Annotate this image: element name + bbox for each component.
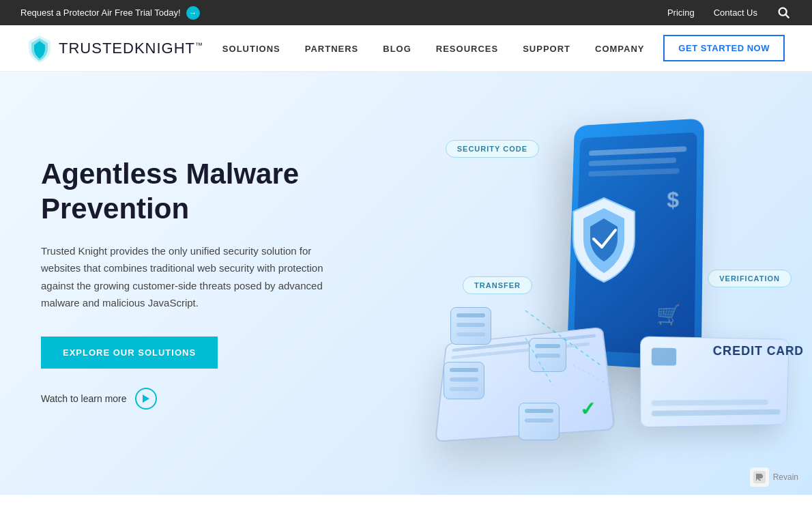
explore-solutions-button[interactable]: EXPLORE OUR SOLUTIONS [41,337,218,369]
float-box-2 [450,307,491,345]
nav-links: SOLUTIONS PARTNERS BLOG RESOURCES SUPPOR… [222,42,645,55]
play-button[interactable] [135,388,157,410]
nav-item-support[interactable]: SUPPORT [523,42,570,55]
resources-link[interactable]: RESOURCES [436,44,498,54]
top-nav-right: Pricing Contact Us [667,5,792,20]
get-started-button[interactable]: GET STARTED NOW [663,35,785,61]
watch-more-text: Watch to learn more [41,393,127,404]
search-icon[interactable] [777,5,792,20]
solutions-link[interactable]: SOLUTIONS [222,44,280,54]
nav-item-company[interactable]: COMPANY [595,42,644,55]
shield-icon [566,195,641,283]
hero-illustration: SECURITY CODE TRANSFER VERIFICATION 🛒 $ [362,99,812,481]
main-navigation: TRUSTEDKNIGHT™ SOLUTIONS PARTNERS BLOG R… [0,25,812,72]
security-code-label: SECURITY CODE [446,140,539,158]
float-box-1 [444,362,484,399]
announcement-area: Request a Protector Air Free Trial Today… [20,6,200,20]
float-box-4 [529,338,566,372]
contact-link[interactable]: Contact Us [714,8,757,18]
announcement-text: Request a Protector Air Free Trial Today… [20,8,181,18]
announcement-arrow[interactable]: → [186,6,200,20]
watch-more-area[interactable]: Watch to learn more [41,388,341,410]
nav-item-solutions[interactable]: SOLUTIONS [222,42,280,55]
partners-link[interactable]: PARTNERS [305,44,359,54]
pricing-link[interactable]: Pricing [667,8,695,18]
support-link[interactable]: SUPPORT [523,44,570,54]
svg-point-0 [779,8,787,15]
hero-description: Trusted Knight provides the only unified… [41,242,341,312]
top-bar: Request a Protector Air Free Trial Today… [0,0,812,25]
hero-title: Agentless Malware Prevention [41,157,341,226]
svg-marker-2 [143,395,149,403]
nav-item-resources[interactable]: RESOURCES [436,42,498,55]
credit-card-label: CREDIT CARD [713,344,804,358]
logo-text: TRUSTEDKNIGHT™ [59,40,203,57]
hero-content: Agentless Malware Prevention Trusted Kni… [0,116,382,451]
logo[interactable]: TRUSTEDKNIGHT™ [27,34,203,63]
blog-link[interactable]: BLOG [383,44,411,54]
float-box-3 [519,403,560,440]
svg-line-1 [785,14,789,18]
nav-item-blog[interactable]: BLOG [383,42,411,55]
nav-item-partners[interactable]: PARTNERS [305,42,359,55]
logo-icon [27,34,52,63]
transfer-label: TRANSFER [463,276,532,294]
verification-label: VERIFICATION [708,270,792,287]
hero-section: Agentless Malware Prevention Trusted Kni… [0,72,812,495]
company-link[interactable]: COMPANY [595,44,644,54]
